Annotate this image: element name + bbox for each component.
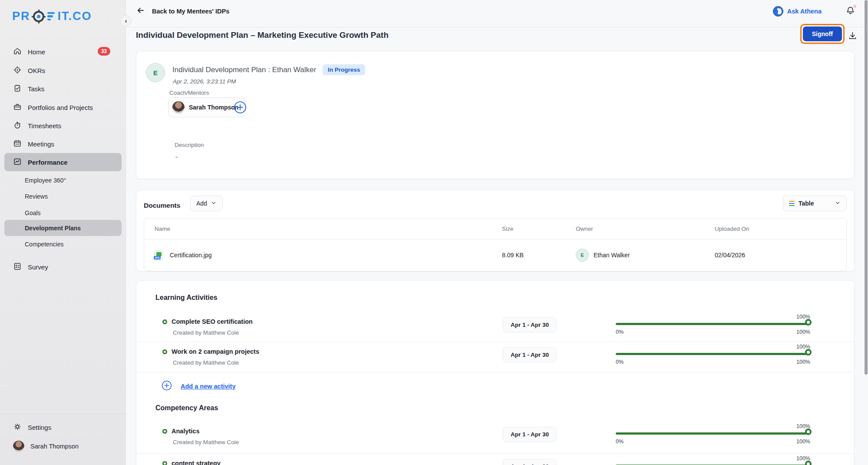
sidebar-item-meetings[interactable]: Meetings bbox=[0, 135, 126, 153]
user-avatar bbox=[13, 441, 24, 452]
slider-knob[interactable] bbox=[805, 428, 812, 435]
sidebar-item-settings[interactable]: Settings bbox=[0, 418, 126, 436]
arrow-left-icon bbox=[136, 6, 145, 17]
sidebar-item-label: Timesheets bbox=[28, 122, 61, 130]
add-button-label: Add bbox=[196, 200, 207, 207]
activity-status-icon bbox=[162, 461, 167, 465]
notifications-button[interactable] bbox=[845, 6, 855, 17]
page-title: Individual Development Plan – Marketing … bbox=[136, 30, 389, 40]
sidebar-subitem-development-plans[interactable]: Development Plans bbox=[4, 220, 122, 236]
bell-icon bbox=[845, 10, 855, 17]
slider-min-label: 0% bbox=[616, 438, 624, 445]
activity-date-range[interactable]: Apr 1 - Apr 30 bbox=[503, 427, 557, 442]
progress-slider: 100% 0% 100% bbox=[616, 423, 810, 445]
download-button[interactable] bbox=[848, 31, 858, 43]
activity-name: content strategy bbox=[172, 460, 221, 465]
survey-icon bbox=[13, 262, 22, 272]
slider-track[interactable] bbox=[616, 353, 810, 355]
user-name: Sarah Thompson bbox=[30, 443, 79, 450]
progress-value-label: 100% bbox=[616, 423, 810, 430]
home-icon bbox=[13, 47, 22, 57]
sidebar-item-survey[interactable]: Survey bbox=[0, 258, 126, 276]
activity-status-icon bbox=[162, 429, 167, 434]
slider-knob[interactable] bbox=[805, 319, 812, 326]
progress-slider: 100% 0% 100% bbox=[616, 344, 810, 365]
list-item: Complete SEO certification Created by Ma… bbox=[136, 312, 854, 342]
documents-table: Name Size Owner Uploaded On JPG Certific… bbox=[144, 218, 847, 271]
sidebar-subitem-employee-360[interactable]: Employee 360° bbox=[0, 172, 126, 188]
chevron-down-icon bbox=[835, 200, 841, 207]
sidebar-collapse-button[interactable]: ‹ bbox=[120, 15, 132, 27]
main-area: Back to My Mentees' IDPs Ask Athena Indi… bbox=[126, 0, 868, 465]
sidebar-item-label: Meetings bbox=[28, 140, 54, 148]
slider-track[interactable] bbox=[616, 432, 810, 435]
documents-add-button[interactable]: Add bbox=[190, 196, 223, 211]
table-row[interactable]: JPG Certification.jpg 8.09 KB E Ethan Wa… bbox=[144, 239, 846, 271]
activity-date-range[interactable]: Apr 1 - Apr 30 bbox=[503, 347, 557, 362]
activity-created-by: Created by Matthew Cole bbox=[173, 329, 239, 336]
clipboard-icon bbox=[13, 84, 22, 94]
sidebar-item-label: Home bbox=[28, 48, 45, 56]
plus-circle-icon bbox=[162, 380, 172, 392]
sidebar-subitem-label: Employee 360° bbox=[25, 177, 66, 184]
document-size: 8.09 KB bbox=[502, 252, 576, 259]
progress-value-label: 100% bbox=[616, 344, 810, 350]
activities-card: Learning Activities Complete SEO certifi… bbox=[136, 280, 855, 465]
activity-date-range[interactable]: Apr 1 - Apr 30 bbox=[503, 459, 557, 465]
sidebar-item-label: Performance bbox=[28, 159, 68, 166]
description-label: Description bbox=[175, 142, 204, 148]
back-button[interactable]: Back to My Mentees' IDPs bbox=[136, 6, 229, 17]
activity-name: Analytics bbox=[172, 428, 199, 435]
sidebar-user[interactable]: Sarah Thompson bbox=[0, 437, 126, 455]
sidebar-subitem-reviews[interactable]: Reviews bbox=[0, 188, 126, 204]
briefcase-icon bbox=[13, 103, 22, 113]
documents-view-select[interactable]: Table bbox=[783, 196, 847, 211]
list-item: Analytics Created by Matthew Cole Apr 1 … bbox=[136, 422, 854, 454]
add-activity-label: Add a new activity bbox=[181, 383, 236, 390]
activity-name: Complete SEO certification bbox=[172, 318, 253, 325]
document-uploaded-on: 02/04/2026 bbox=[715, 252, 846, 259]
slider-knob[interactable] bbox=[805, 461, 812, 465]
sidebar-item-okrs[interactable]: OKRs bbox=[0, 61, 126, 80]
sidebar-item-home[interactable]: Home 33 bbox=[0, 43, 126, 61]
sidebar-subitem-goals[interactable]: Goals bbox=[0, 205, 126, 221]
sidebar: PR IT.CO Home 33 OKRs Tasks Portfolios a… bbox=[0, 0, 126, 465]
coach-avatar bbox=[172, 101, 185, 113]
coach-name: Sarah Thompson bbox=[189, 104, 238, 111]
stylized-f-icon bbox=[47, 12, 55, 21]
sidebar-item-performance[interactable]: Performance bbox=[4, 153, 122, 171]
app-root: PR IT.CO Home 33 OKRs Tasks Portfolios a… bbox=[0, 0, 868, 465]
activity-status-icon bbox=[162, 319, 167, 324]
page-scrollbar[interactable] bbox=[865, 0, 868, 375]
owner-avatar: E bbox=[576, 249, 589, 262]
progress-slider: 100% bbox=[616, 455, 810, 465]
owner-name: Ethan Walker bbox=[594, 252, 630, 259]
list-item: Work on 2 campaign projects Created by M… bbox=[136, 342, 854, 372]
document-name: Certification.jpg bbox=[170, 252, 212, 259]
list-item: content strategy Apr 1 - Apr 30 100% bbox=[136, 454, 854, 465]
progress-value-label: 100% bbox=[616, 455, 810, 462]
column-header-size: Size bbox=[502, 226, 576, 232]
sidebar-subitem-label: Reviews bbox=[25, 193, 48, 200]
slider-max-label: 100% bbox=[796, 359, 810, 365]
plan-owner-avatar: E bbox=[146, 63, 165, 82]
sidebar-item-portfolios[interactable]: Portfolios and Projects bbox=[0, 98, 126, 116]
sidebar-item-timesheets[interactable]: Timesheets bbox=[0, 116, 126, 135]
jpg-file-icon: JPG bbox=[155, 250, 163, 260]
ask-athena-button[interactable]: Ask Athena bbox=[773, 6, 822, 17]
slider-min-label: 0% bbox=[616, 359, 624, 365]
add-activity-link[interactable]: Add a new activity bbox=[162, 380, 236, 392]
signoff-button[interactable]: Signoff bbox=[803, 27, 842, 41]
activity-date-range[interactable]: Apr 1 - Apr 30 bbox=[503, 317, 557, 332]
ask-athena-label: Ask Athena bbox=[787, 8, 822, 15]
sidebar-subitem-competencies[interactable]: Competencies bbox=[0, 236, 126, 252]
sidebar-item-tasks[interactable]: Tasks bbox=[0, 80, 126, 98]
slider-knob[interactable] bbox=[805, 349, 812, 355]
slider-track[interactable] bbox=[616, 323, 810, 325]
slider-max-label: 100% bbox=[796, 438, 810, 445]
activity-created-by: Created by Matthew Cole bbox=[173, 359, 239, 366]
add-coach-button[interactable] bbox=[234, 101, 247, 114]
activity-created-by: Created by Matthew Cole bbox=[173, 439, 239, 445]
column-header-owner: Owner bbox=[576, 226, 715, 232]
sidebar-divider bbox=[0, 414, 126, 414]
